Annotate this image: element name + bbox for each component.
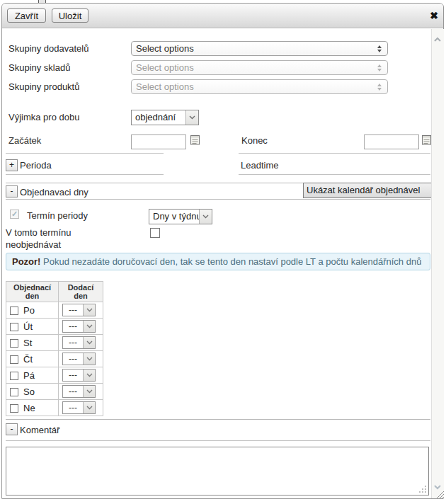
table-row: St --- [6,335,103,351]
table-row: Pá --- [6,367,103,384]
ordering-days-table: Objednacíden Dodacíden Po --- Út --- St … [6,281,103,416]
chevron-down-icon [83,321,95,332]
scroll-up-icon[interactable] [433,34,442,45]
order-day-checkbox[interactable] [10,339,18,348]
warning-text: Pokud nezadáte doručovací den, tak se te… [40,256,421,267]
chevron-down-icon [83,304,95,316]
day-label: Čt [23,354,33,365]
order-day-checkbox[interactable] [10,307,18,315]
no-order-label-line2: neobjednávat [6,239,61,250]
start-date-input[interactable] [131,134,186,149]
product-groups-value: Select options [132,81,377,92]
exception-for-value: objednání [132,110,185,125]
day-label: Út [23,321,33,332]
leadtime-section-label: Leadtime [241,160,278,171]
chevron-down-icon [199,210,212,224]
delivery-day-select[interactable]: --- [62,401,96,414]
show-order-calendar-button[interactable]: Ukázat kalendář objednável [303,183,435,198]
order-day-checkbox[interactable] [10,355,18,364]
exception-for-label: Výjimka pro dobu [8,112,79,122]
warehouse-groups-select: Select options [131,60,388,75]
delivery-day-select[interactable]: --- [62,336,96,349]
table-row: So --- [6,384,103,400]
product-groups-label: Skupiny produktů [8,81,79,92]
chevron-down-icon [83,337,95,348]
chevron-down-icon [83,386,95,397]
warning-label: Pozor! [12,256,40,267]
calendar-icon[interactable] [190,134,200,145]
day-label: Po [23,305,35,316]
end-date-input[interactable] [364,134,419,149]
delivery-day-select[interactable]: --- [62,353,96,365]
day-label: Ne [23,403,35,413]
divider [6,199,430,200]
period-term-label: Termín periody [27,210,88,221]
vertical-scrollbar[interactable] [431,29,444,498]
warning-banner: Pozor! Pokud nezadáte doručovací den, ta… [6,253,430,270]
chevron-down-icon [83,402,95,413]
order-day-column-header: Objednacíden [6,282,59,302]
order-day-checkbox[interactable] [10,323,18,331]
divider [6,153,164,154]
divider [6,174,164,175]
day-label: St [23,338,32,348]
no-order-label-line1: V tomto termínu [6,227,71,238]
close-icon[interactable]: ✖ [428,9,440,22]
divider [239,174,430,175]
order-day-checkbox[interactable] [10,388,18,396]
day-label: Pá [23,370,35,381]
divider [6,440,430,441]
supplier-groups-label: Skupiny dodavatelů [8,43,88,54]
dialog-window [1,3,444,499]
table-row: Čt --- [6,351,103,367]
table-row: Út --- [6,319,103,335]
warehouse-groups-value: Select options [132,62,377,73]
textarea-resize-grip-icon[interactable] [419,484,426,495]
no-order-checkbox[interactable] [150,228,160,238]
end-date-label: Konec [241,135,268,146]
period-term-checkbox: ✓ [10,210,19,219]
comment-section-label: Komentář [20,425,59,435]
delivery-day-column-header: Dodacíden [59,282,103,302]
chevron-down-icon [83,353,95,365]
product-groups-select: Select options [131,79,388,94]
order-day-checkbox[interactable] [10,404,18,413]
dialog-resize-grip-icon[interactable] [436,491,445,501]
chevron-down-icon [185,110,198,125]
order-day-checkbox[interactable] [10,372,18,380]
divider [6,419,430,420]
start-date-label: Začátek [8,135,41,146]
chevron-down-icon [83,370,95,381]
period-term-value: Dny v týdnu [149,210,199,224]
comment-collapse-toggle[interactable]: - [6,423,18,435]
delivery-day-select[interactable]: --- [62,385,96,398]
period-term-select[interactable]: Dny v týdnu [149,209,212,224]
exception-for-select[interactable]: objednání [131,110,199,125]
comment-textarea[interactable] [6,447,429,496]
delivery-day-select[interactable]: --- [62,304,96,316]
close-button[interactable]: Zavřít [7,8,46,23]
table-row: Po --- [6,302,103,319]
updown-arrow-icon [377,64,382,71]
perioda-expand-toggle[interactable]: + [6,159,18,171]
ordering-days-collapse-toggle[interactable]: - [6,185,18,197]
save-button[interactable]: Uložit [52,8,88,23]
ordering-days-section-label: Objednavaci dny [20,187,88,197]
supplier-groups-value: Select options [132,43,377,54]
updown-arrow-icon [377,84,382,91]
calendar-icon[interactable] [422,134,431,145]
updown-arrow-icon [377,45,382,52]
delivery-day-select[interactable]: --- [62,369,96,382]
warehouse-groups-label: Skupiny skladů [8,62,70,73]
delivery-day-select[interactable]: --- [62,320,96,333]
table-row: Ne --- [6,400,103,416]
perioda-section-label: Perioda [20,160,52,171]
divider [239,153,430,154]
supplier-groups-select[interactable]: Select options [131,41,388,56]
day-label: So [23,386,35,397]
